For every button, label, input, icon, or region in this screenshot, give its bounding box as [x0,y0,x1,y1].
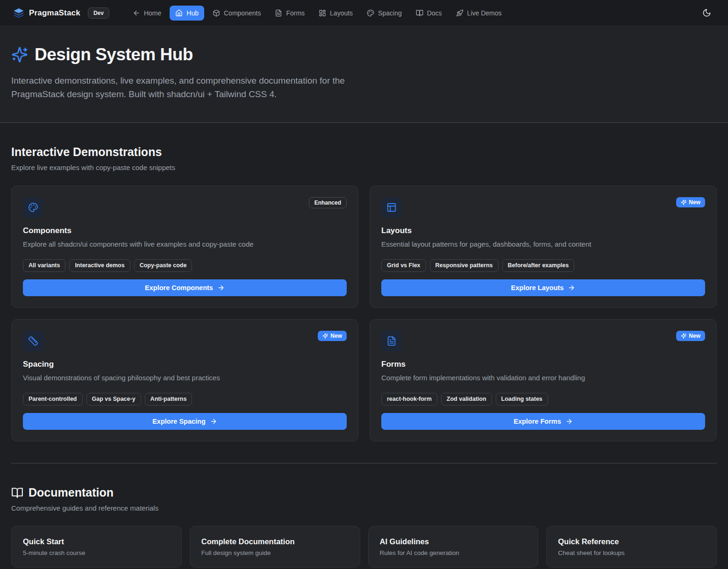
doc-card-ai-guidelines[interactable]: AI Guidelines Rules for AI code generati… [368,526,539,568]
tag: Parent-controlled [23,393,83,405]
docs-section-heading: Documentation [11,486,717,499]
doc-card-subtitle: Rules for AI code generation [380,549,527,556]
dev-badge: Dev [88,7,109,19]
nav-item-components[interactable]: Components [207,6,266,21]
tag: Gap vs Space-y [86,393,141,405]
book-open-icon [416,9,423,17]
tag: Loading states [496,393,548,405]
tag: Zod validation [441,393,492,405]
nav-item-layouts[interactable]: Layouts [313,6,358,21]
card-title: Components [23,226,347,235]
brand-name: PragmaStack [29,8,80,18]
nav-item-spacing[interactable]: Spacing [361,6,407,21]
arrow-left-icon [133,9,140,17]
docs-heading-label: Documentation [29,486,114,499]
nav-label: Forms [286,9,305,17]
card-title: Forms [381,360,705,369]
button-label: Explore Layouts [511,284,564,292]
button-label: Explore Forms [514,418,561,425]
tag: Copy-paste code [134,259,193,272]
demo-card-forms: New Forms Complete form implementations … [370,319,717,441]
arrow-right-icon [565,418,573,425]
house-icon [175,9,183,17]
doc-card-title: AI Guidelines [380,537,527,546]
demo-card-layouts: New Layouts Essential layout patterns fo… [370,185,717,308]
page-subtitle: Interactive demonstrations, live example… [11,74,357,101]
explore-layouts-button[interactable]: Explore Layouts [381,279,705,296]
theme-toggle-button[interactable] [698,5,715,21]
doc-card-subtitle: 5-minute crash course [23,549,170,556]
tag: All variants [23,259,65,272]
arrow-right-icon [210,418,217,425]
card-description: Essential layout patterns for pages, das… [381,239,705,249]
status-badge-new: New [676,197,705,207]
arrow-right-icon [568,284,575,292]
brand[interactable]: PragmaStack Dev [13,7,109,19]
doc-card-title: Complete Documentation [201,537,349,546]
card-title: Spacing [23,360,347,369]
nav-label: Layouts [330,9,353,17]
nav-item-home[interactable]: Home [127,6,167,21]
nav-label: Home [144,9,161,17]
button-label: Explore Spacing [152,418,206,425]
tag: Anti-patterns [145,393,193,405]
nav-label: Docs [427,9,442,17]
nav-label: Components [224,9,261,17]
doc-card-subtitle: Cheat sheet for lookups [558,549,705,556]
moon-icon [702,8,711,17]
doc-card-quick-start[interactable]: Quick Start 5-minute crash course [11,526,182,568]
hero-section: Design System Hub Interactive demonstrat… [0,26,728,123]
tag: Interactive demos [69,259,130,272]
explore-spacing-button[interactable]: Explore Spacing [23,413,347,430]
palette-icon [23,197,43,218]
demos-section-subheading: Explore live examples with copy-paste co… [11,164,717,171]
card-title: Layouts [381,226,705,235]
docs-section-subheading: Comprehensive guides and reference mater… [11,504,717,512]
card-description: Complete form implementations with valid… [381,373,705,383]
explore-components-button[interactable]: Explore Components [23,279,347,296]
arrow-right-icon [217,284,225,292]
badge-label: New [689,333,700,339]
sparkles-icon [322,333,328,339]
nav-item-live-demos[interactable]: Live Demos [450,6,507,21]
nav-item-forms[interactable]: Forms [269,6,310,21]
tag: Before/after examples [502,259,575,272]
demo-card-spacing: New Spacing Visual demonstrations of spa… [11,319,358,441]
tag-row: Grid vs Flex Responsive patterns Before/… [381,259,705,272]
rocket-icon [456,9,464,17]
nav-label: Live Demos [467,9,502,17]
palette-icon [367,9,374,17]
demos-section-heading: Interactive Demonstrations [11,145,717,159]
section-divider [11,463,717,463]
doc-card-title: Quick Reference [558,537,705,546]
layout-dashboard-icon [319,9,326,17]
page-title: Design System Hub [35,45,193,64]
sparkles-icon [681,199,686,205]
badge-label: New [330,333,342,339]
tag: Grid vs Flex [381,259,426,272]
nav-label: Hub [186,9,199,17]
layers-logo-icon [13,7,24,19]
badge-label: New [689,199,700,206]
card-description: Explore all shadcn/ui components with li… [23,239,347,249]
tag-row: react-hook-form Zod validation Loading s… [381,393,705,405]
main-content: Interactive Demonstrations Explore live … [0,145,728,568]
doc-card-grid: Quick Start 5-minute crash course Comple… [11,526,717,568]
doc-card-quick-reference[interactable]: Quick Reference Cheat sheet for lookups [546,526,717,568]
nav-item-hub[interactable]: Hub [170,6,204,21]
card-description: Visual demonstrations of spacing philoso… [23,373,347,383]
status-badge-new: New [676,331,705,341]
book-open-icon [11,487,23,499]
sparkles-icon [681,333,686,339]
status-badge-enhanced: Enhanced [309,197,347,208]
explore-forms-button[interactable]: Explore Forms [381,413,705,430]
package-icon [213,9,220,17]
file-text-icon [381,331,402,351]
tag: Responsive patterns [430,259,499,272]
status-badge-new: New [318,331,347,341]
main-nav: Home Hub Components Forms Layouts [127,6,507,21]
sparkles-icon [11,46,28,63]
doc-card-complete-documentation[interactable]: Complete Documentation Full design syste… [190,526,360,568]
nav-item-docs[interactable]: Docs [410,6,448,21]
nav-label: Spacing [378,9,402,17]
